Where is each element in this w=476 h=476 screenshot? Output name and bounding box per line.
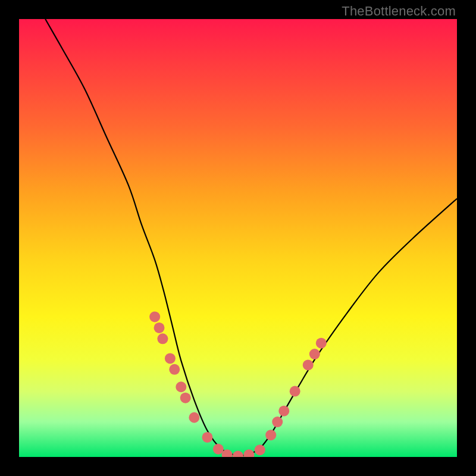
data-marker <box>154 322 165 333</box>
data-marker <box>278 406 289 416</box>
data-marker <box>157 333 168 344</box>
data-marker <box>165 353 176 364</box>
data-marker <box>202 432 212 443</box>
data-marker <box>176 381 186 392</box>
data-marker <box>169 364 180 375</box>
data-marker <box>303 359 314 370</box>
data-marker <box>255 444 265 455</box>
data-marker <box>189 412 199 423</box>
data-marker <box>149 311 160 322</box>
bottleneck-curve <box>45 19 457 456</box>
data-marker <box>272 416 283 427</box>
data-marker <box>309 349 320 359</box>
data-marker <box>265 430 276 440</box>
bottleneck-curve-chart <box>19 19 457 457</box>
chart-plot-area <box>19 19 457 457</box>
attribution-text: TheBottleneck.com <box>342 4 456 19</box>
data-marker <box>233 451 243 457</box>
data-marker <box>213 444 224 455</box>
data-marker <box>290 386 300 397</box>
data-marker <box>316 338 327 349</box>
data-marker <box>180 393 191 403</box>
data-marker <box>243 449 254 457</box>
